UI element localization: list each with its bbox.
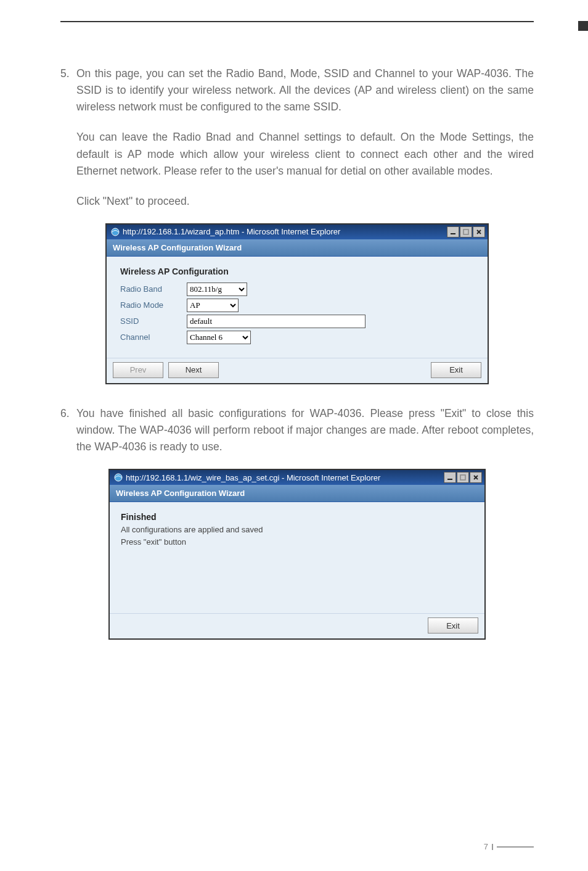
- wizard-subheader: Wireless AP Configuration Wizard: [110, 485, 484, 502]
- exit-button[interactable]: Exit: [431, 362, 481, 378]
- close-button[interactable]: [470, 472, 482, 483]
- header-rule: [60, 21, 534, 22]
- page-footer: 7: [484, 842, 534, 851]
- ie-icon: http://192.168.1.1/wizard_ap.htm - Micro…: [110, 227, 340, 237]
- svg-rect-2: [463, 229, 468, 234]
- minimize-button[interactable]: [447, 226, 459, 237]
- prev-button[interactable]: Prev: [113, 362, 163, 378]
- wizard-window-2: http://192.168.1.1/wiz_wire_bas_ap_set.c…: [108, 469, 486, 640]
- titlebar: http://192.168.1.1/wiz_wire_bas_ap_set.c…: [110, 470, 484, 485]
- wizard-content: Wireless AP Configuration Radio Band 802…: [107, 257, 488, 358]
- window-title: http://192.168.1.1/wizard_ap.htm - Micro…: [123, 227, 340, 236]
- svg-rect-1: [451, 233, 455, 234]
- step5-text1: On this page, you can set the Radio Band…: [76, 67, 534, 113]
- step5-para3: Click "Next" to proceed.: [60, 193, 534, 210]
- step5-para1: 5.On this page, you can set the Radio Ba…: [60, 65, 534, 115]
- step6-para: 6.You have finished all basic configurat…: [60, 405, 534, 455]
- minimize-button[interactable]: [444, 472, 456, 483]
- step6-number: 6.: [60, 405, 76, 422]
- button-row: Prev Next Exit: [107, 358, 488, 383]
- window-title: http://192.168.1.1/wiz_wire_bas_ap_set.c…: [126, 473, 380, 482]
- ssid-label: SSID: [120, 316, 187, 326]
- radio-mode-label: Radio Mode: [120, 300, 187, 310]
- section-title: Wireless AP Configuration: [120, 266, 479, 276]
- channel-label: Channel: [120, 332, 187, 342]
- finished-line1: All configurations are applied and saved: [121, 525, 263, 534]
- next-button[interactable]: Next: [168, 362, 219, 378]
- close-button[interactable]: [473, 226, 485, 237]
- titlebar: http://192.168.1.1/wizard_ap.htm - Micro…: [107, 225, 488, 239]
- radio-band-select[interactable]: 802.11b/g: [187, 283, 247, 296]
- svg-point-0: [112, 228, 119, 236]
- radio-mode-select[interactable]: AP: [187, 299, 239, 312]
- wizard-subheader: Wireless AP Configuration Wizard: [107, 239, 488, 257]
- maximize-button[interactable]: [460, 226, 472, 237]
- svg-point-3: [115, 474, 122, 481]
- ssid-input[interactable]: [187, 315, 365, 328]
- wizard-window-1: http://192.168.1.1/wizard_ap.htm - Micro…: [105, 223, 489, 384]
- finished-line2: Press "exit" button: [121, 537, 186, 547]
- ie-icon: http://192.168.1.1/wiz_wire_bas_ap_set.c…: [113, 473, 380, 482]
- maximize-button[interactable]: [457, 472, 469, 483]
- step6-text: You have finished all basic configuratio…: [76, 407, 534, 453]
- radio-band-label: Radio Band: [120, 284, 187, 294]
- button-row: Exit: [110, 613, 484, 638]
- svg-rect-5: [460, 475, 465, 480]
- svg-rect-4: [447, 479, 452, 480]
- step5-number: 5.: [60, 65, 76, 82]
- channel-select[interactable]: Channel 6: [187, 331, 251, 344]
- finished-content: Finished All configurations are applied …: [110, 502, 484, 613]
- page-number: 7: [484, 842, 488, 851]
- finished-heading: Finished: [121, 512, 157, 522]
- step5-para2: You can leave the Radio Bnad and Channel…: [60, 129, 534, 179]
- exit-button[interactable]: Exit: [428, 617, 478, 634]
